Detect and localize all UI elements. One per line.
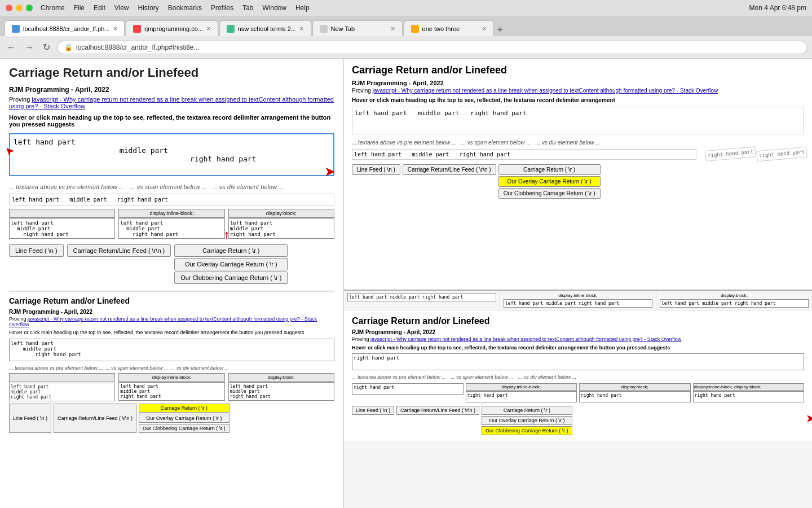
tab-onetwothree[interactable]: one two three × xyxy=(404,20,494,36)
tr-cr-lf-btn[interactable]: Carriage Return/Line Feed ( \r\n ) xyxy=(403,164,496,175)
tab-close-5[interactable]: × xyxy=(482,24,487,33)
line-feed-btn[interactable]: Line Feed ( \n ) xyxy=(9,244,64,257)
main-textarea[interactable]: left hand part middle part right hand pa… xyxy=(9,133,334,176)
col-display-block: display:block; left hand part middle par… xyxy=(656,291,812,310)
url-bar[interactable]: 🔒 localhost:8888/cr_andor_lf.php#thistit… xyxy=(57,41,807,54)
br-textarea-label: ... textarea above vs pre element below … xyxy=(352,374,446,380)
tab-title-2: rjmprogramming.co... xyxy=(144,25,203,32)
dup-display-row: ... textarea above vs pre element below … xyxy=(9,365,334,371)
tab-newtab[interactable]: New Tab × xyxy=(312,20,403,36)
tab-favicon-2 xyxy=(133,25,141,33)
box-label-inline: display:inline-block; xyxy=(118,209,224,218)
reload-button[interactable]: ↻ xyxy=(41,41,52,54)
br-hover: Hover or click main heading up the top t… xyxy=(352,345,804,351)
close-button[interactable] xyxy=(6,5,12,11)
proving-text: Proving xyxy=(9,96,32,103)
dup-clobbering-cr-btn[interactable]: Our Clobbering Carriage Return ( \r ) xyxy=(139,424,230,433)
content-area: Carriage Return and/or Linefeed RJM Prog… xyxy=(0,59,812,508)
br-textarea[interactable]: right hand part xyxy=(352,353,804,370)
right-panel: ➤ Carriage Return and/or Linefeed RJM Pr… xyxy=(344,59,812,508)
box-block: display:block; left hand partmiddle part… xyxy=(228,209,334,239)
menu-edit[interactable]: Edit xyxy=(94,4,105,12)
right-buttons-stack: Carriage Return ( \r ) Our Overlay Carri… xyxy=(174,244,288,284)
cr-lf-btn[interactable]: Carriage Return/Line Feed ( \r\n ) xyxy=(67,244,171,257)
tab-bar: localhost:8888/cr_andor_lf.ph... × rjmpr… xyxy=(0,16,812,36)
overlay-cr-btn[interactable]: Our Overlay Carriage Return ( \r ) xyxy=(174,258,288,270)
browser-window: Chrome File Edit View History Bookmarks … xyxy=(0,0,812,508)
menu-bookmarks[interactable]: Bookmarks xyxy=(168,4,202,12)
menu-tab[interactable]: Tab xyxy=(242,4,253,12)
tr-clobbering-cr-btn[interactable]: Our Clobbering Carriage Return ( \r ) xyxy=(498,188,601,199)
dup-line-feed-btn[interactable]: Line Feed ( \n ) xyxy=(9,404,51,433)
tab-localhost[interactable]: localhost:8888/cr_andor_lf.ph... × xyxy=(5,20,125,36)
top-right-textarea[interactable]: left hand part middle part right hand pa… xyxy=(352,107,804,134)
dup-col-none-label xyxy=(9,373,115,382)
br-right-btns: Carriage Return ( \r ) Our Overlay Carri… xyxy=(482,406,572,435)
dup-textarea[interactable]: left hand part middle part right hand pa… xyxy=(9,339,334,361)
maximize-button[interactable] xyxy=(26,5,33,11)
br-col-block-label: display:block; xyxy=(579,383,691,391)
datetime: Mon 4 Apr 6:48 pm xyxy=(749,4,806,12)
top-right-buttons: Line Feed ( \n ) Carriage Return/Line Fe… xyxy=(352,164,804,199)
br-three-col: right hand part display:inline-block; ri… xyxy=(352,383,804,402)
menu-view[interactable]: View xyxy=(114,4,129,12)
dup-cr-lf-btn[interactable]: Carriage Return/Line Feed ( \r\n ) xyxy=(54,404,136,433)
tab-close-2[interactable]: × xyxy=(206,24,211,33)
minimize-button[interactable] xyxy=(16,5,23,11)
dup-cr-btn[interactable]: Carriage Return ( \r ) xyxy=(139,404,230,413)
top-right-title[interactable]: Carriage Return and/or Linefeed xyxy=(352,64,804,76)
dup-proving-link[interactable]: javascript - Why carriage return not ren… xyxy=(9,316,317,327)
new-tab-button[interactable]: + xyxy=(495,24,506,36)
br-col-none: right hand part xyxy=(352,383,464,402)
tab-close-4[interactable]: × xyxy=(391,24,395,33)
tr-right-btns: Carriage Return ( \r ) Our Overlay Carri… xyxy=(498,164,601,199)
br-col-block: display:block; right hand part xyxy=(579,383,691,402)
dup-col-block-label: display:block; xyxy=(228,373,334,382)
br-line-feed-btn[interactable]: Line Feed ( \n ) xyxy=(352,406,394,415)
pre-display: left hand part middle part right hand pa… xyxy=(9,194,334,205)
page-title-main[interactable]: Carriage Return and/or Linefeed xyxy=(9,65,334,80)
dup-col-inline-content: left hand partmiddle partright hand part xyxy=(118,382,224,401)
tab-rjm[interactable]: rjmprogramming.co... × xyxy=(126,20,218,36)
proving-link[interactable]: javascript - Why carriage return not ren… xyxy=(9,96,334,110)
tr-div-overflow: right hand part xyxy=(756,147,807,162)
forward-button[interactable]: → xyxy=(23,41,36,54)
dup-title[interactable]: Carriage Return and/or Linefeed xyxy=(9,296,334,305)
br-col-none-content: right hand part xyxy=(352,383,464,395)
top-right-hover: Hover or click main heading up the top t… xyxy=(352,97,804,103)
br-proving-link[interactable]: javascript - Why carriage return not ren… xyxy=(370,336,681,342)
br-title[interactable]: Carriage Return and/or Linefeed xyxy=(352,316,804,326)
menu-chrome[interactable]: Chrome xyxy=(41,4,65,12)
top-right-proving-link[interactable]: javascript - Why carriage return not ren… xyxy=(373,87,718,94)
br-overlay-cr-btn[interactable]: Our Overlay Carriage Return ( \r ) xyxy=(482,416,572,425)
menu-file[interactable]: File xyxy=(74,4,85,12)
tr-overlay-cr-btn[interactable]: Our Overlay Carriage Return ( \r ) xyxy=(498,176,601,187)
dup-three-col: left hand partmiddle partright hand part… xyxy=(9,373,334,401)
tab-favicon-5 xyxy=(411,25,419,33)
dup-col-none-content: left hand partmiddle partright hand part xyxy=(9,383,115,401)
dup-right-btns: Carriage Return ( \r ) Our Overlay Carri… xyxy=(139,404,230,433)
tr-cr-btn[interactable]: Carriage Return ( \r ) xyxy=(498,164,601,175)
tab-close-3[interactable]: × xyxy=(299,24,304,33)
clobbering-cr-btn[interactable]: Our Clobbering Carriage Return ( \r ) xyxy=(174,271,288,284)
tab-close-1[interactable]: × xyxy=(113,24,118,33)
top-right-author: RJM Programming - April, 2022 xyxy=(352,80,804,86)
br-clobbering-cr-btn[interactable]: Our Clobbering Carriage Return ( \r ) xyxy=(482,426,572,435)
br-cr-lf-btn[interactable]: Carriage Return/Line Feed ( \r\n ) xyxy=(396,406,479,415)
tab-favicon-3 xyxy=(227,25,235,33)
br-cr-btn[interactable]: Carriage Return ( \r ) xyxy=(482,406,572,415)
tab-nsw[interactable]: nsw school terms 2... × xyxy=(219,20,311,36)
menu-window[interactable]: Window xyxy=(262,4,286,12)
menu-history[interactable]: History xyxy=(138,4,159,12)
cr-btn[interactable]: Carriage Return ( \r ) xyxy=(174,244,288,257)
tr-line-feed-btn[interactable]: Line Feed ( \n ) xyxy=(352,164,400,175)
author-section: RJM Programming - April, 2022 Proving ja… xyxy=(9,86,334,128)
dup-overlay-cr-btn[interactable]: Our Overlay Carriage Return ( \r ) xyxy=(139,414,230,423)
dup-buttons-row: Line Feed ( \n ) Carriage Return/Line Fe… xyxy=(9,404,334,433)
tr-textarea-label: ... textarea above vs pre element below … xyxy=(352,139,457,146)
menu-profiles[interactable]: Profiles xyxy=(211,4,233,12)
display-boxes-row: left hand part middle part right hand pa… xyxy=(9,209,334,239)
menu-help[interactable]: Help xyxy=(295,4,310,12)
back-button[interactable]: ← xyxy=(5,41,18,54)
duplicate-left-section: Carriage Return and/or Linefeed RJM Prog… xyxy=(9,291,334,433)
